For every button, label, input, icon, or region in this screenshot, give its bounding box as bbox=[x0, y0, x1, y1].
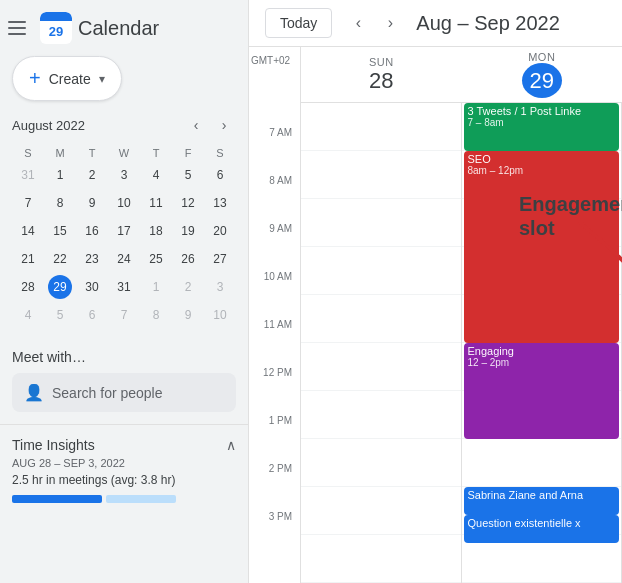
event-title: SEO bbox=[468, 153, 616, 165]
create-plus-icon: + bbox=[29, 67, 41, 90]
mini-calendar-navigation: ‹ › bbox=[184, 113, 236, 137]
mini-cal-day[interactable]: 29 bbox=[44, 273, 76, 301]
mini-cal-day[interactable]: 13 bbox=[204, 189, 236, 217]
mini-cal-day[interactable]: 9 bbox=[172, 301, 204, 329]
day-header[interactable]: MON29 bbox=[462, 47, 623, 102]
calendar-event[interactable]: Question existentielle x bbox=[464, 515, 620, 543]
mini-cal-day[interactable]: 9 bbox=[76, 189, 108, 217]
mini-cal-day-of-week: T bbox=[76, 145, 108, 161]
mini-cal-day[interactable]: 23 bbox=[76, 245, 108, 273]
insights-bar-avg bbox=[106, 495, 176, 503]
today-button[interactable]: Today bbox=[265, 8, 332, 38]
hour-line bbox=[301, 247, 461, 295]
mini-cal-day[interactable]: 17 bbox=[108, 217, 140, 245]
mini-cal-day[interactable]: 28 bbox=[12, 273, 44, 301]
hour-line bbox=[301, 295, 461, 343]
mini-cal-day[interactable]: 21 bbox=[12, 245, 44, 273]
mini-calendar-prev[interactable]: ‹ bbox=[184, 113, 208, 137]
mini-calendar-month: August 2022 bbox=[12, 118, 85, 133]
day-header[interactable]: SUN28 bbox=[301, 47, 462, 102]
main-date-range: Aug – Sep 2022 bbox=[416, 12, 559, 35]
time-label: 12 PM bbox=[249, 367, 300, 415]
mini-cal-day[interactable]: 31 bbox=[12, 161, 44, 189]
calendar-logo: 29 bbox=[40, 12, 72, 44]
calendar-event[interactable]: Engaging12 – 2pm bbox=[464, 343, 620, 439]
mini-cal-day[interactable]: 10 bbox=[204, 301, 236, 329]
event-title: Engaging bbox=[468, 345, 616, 357]
mini-cal-day[interactable]: 15 bbox=[44, 217, 76, 245]
event-time: 7 – 8am bbox=[468, 117, 616, 128]
day-column: 3 Tweets / 1 Post Linke7 – 8amSEO8am – 1… bbox=[462, 103, 623, 583]
mini-cal-day[interactable]: 25 bbox=[140, 245, 172, 273]
mini-cal-day-of-week: M bbox=[44, 145, 76, 161]
next-period-button[interactable]: › bbox=[376, 9, 404, 37]
mini-cal-day[interactable]: 30 bbox=[76, 273, 108, 301]
mini-cal-day[interactable]: 11 bbox=[140, 189, 172, 217]
days-header: SUN28MON29 bbox=[301, 47, 622, 103]
event-title: Question existentielle x bbox=[468, 517, 616, 529]
mini-cal-day[interactable]: 24 bbox=[108, 245, 140, 273]
time-label: 2 PM bbox=[249, 463, 300, 511]
event-title: Sabrina Ziane and Arna bbox=[468, 489, 616, 501]
insights-title: Time Insights bbox=[12, 437, 95, 453]
mini-cal-day[interactable]: 26 bbox=[172, 245, 204, 273]
mini-cal-day[interactable]: 14 bbox=[12, 217, 44, 245]
mini-cal-day[interactable]: 8 bbox=[140, 301, 172, 329]
mini-cal-day[interactable]: 31 bbox=[108, 273, 140, 301]
calendar-event[interactable]: SEO8am – 12pm bbox=[464, 151, 620, 343]
days-grid: 3 Tweets / 1 Post Linke7 – 8amSEO8am – 1… bbox=[301, 103, 622, 583]
mini-cal-day[interactable]: 4 bbox=[140, 161, 172, 189]
mini-cal-day[interactable]: 2 bbox=[76, 161, 108, 189]
insights-stat: 2.5 hr in meetings (avg: 3.8 hr) bbox=[12, 473, 236, 487]
mini-cal-day[interactable]: 22 bbox=[44, 245, 76, 273]
mini-cal-day[interactable]: 6 bbox=[204, 161, 236, 189]
mini-cal-day[interactable]: 27 bbox=[204, 245, 236, 273]
sidebar: 29 Calendar + Create ▾ August 2022 ‹ › S… bbox=[0, 0, 248, 583]
time-label: 11 AM bbox=[249, 319, 300, 367]
prev-period-button[interactable]: ‹ bbox=[344, 9, 372, 37]
mini-cal-day[interactable]: 3 bbox=[204, 273, 236, 301]
mini-cal-day[interactable]: 8 bbox=[44, 189, 76, 217]
hour-line bbox=[301, 343, 461, 391]
mini-cal-day[interactable]: 16 bbox=[76, 217, 108, 245]
create-button[interactable]: + Create ▾ bbox=[12, 56, 122, 101]
mini-cal-day[interactable]: 3 bbox=[108, 161, 140, 189]
mini-cal-day[interactable]: 4 bbox=[12, 301, 44, 329]
mini-cal-day[interactable]: 12 bbox=[172, 189, 204, 217]
week-view: GMT+02 7 AM8 AM9 AM10 AM11 AM12 PM1 PM2 … bbox=[249, 47, 622, 583]
search-people-input[interactable]: 👤 Search for people bbox=[12, 373, 236, 412]
day-name-label: MON bbox=[528, 51, 555, 63]
sidebar-header: 29 Calendar bbox=[0, 8, 248, 48]
mini-cal-day-of-week: W bbox=[108, 145, 140, 161]
create-label: Create bbox=[49, 71, 91, 87]
calendar-event[interactable]: Sabrina Ziane and Arna bbox=[464, 487, 620, 515]
insights-chevron-icon[interactable]: ∧ bbox=[226, 437, 236, 453]
mini-cal-day[interactable]: 10 bbox=[108, 189, 140, 217]
hour-line bbox=[301, 439, 461, 487]
mini-cal-day[interactable]: 6 bbox=[76, 301, 108, 329]
time-label: 1 PM bbox=[249, 415, 300, 463]
mini-cal-day[interactable]: 7 bbox=[12, 189, 44, 217]
mini-cal-day[interactable]: 20 bbox=[204, 217, 236, 245]
time-label: 3 PM bbox=[249, 511, 300, 559]
day-number: 29 bbox=[522, 63, 562, 98]
days-container: SUN28MON29 3 Tweets / 1 Post Linke7 – 8a… bbox=[301, 47, 622, 583]
hour-line bbox=[301, 391, 461, 439]
mini-cal-day[interactable]: 5 bbox=[44, 301, 76, 329]
mini-cal-day[interactable]: 5 bbox=[172, 161, 204, 189]
app-title: Calendar bbox=[78, 17, 159, 40]
mini-cal-day[interactable]: 19 bbox=[172, 217, 204, 245]
time-label: 7 AM bbox=[249, 127, 300, 175]
mini-cal-day[interactable]: 2 bbox=[172, 273, 204, 301]
mini-cal-day[interactable]: 18 bbox=[140, 217, 172, 245]
mini-calendar-header: August 2022 ‹ › bbox=[12, 113, 236, 137]
logo-number: 29 bbox=[49, 24, 63, 39]
mini-cal-day[interactable]: 7 bbox=[108, 301, 140, 329]
menu-icon[interactable] bbox=[8, 16, 32, 40]
calendar-event[interactable]: 3 Tweets / 1 Post Linke7 – 8am bbox=[464, 103, 620, 151]
mini-cal-day[interactable]: 1 bbox=[44, 161, 76, 189]
app-logo-container: 29 Calendar bbox=[40, 12, 159, 44]
hour-line bbox=[301, 487, 461, 535]
mini-calendar-next[interactable]: › bbox=[212, 113, 236, 137]
mini-cal-day[interactable]: 1 bbox=[140, 273, 172, 301]
